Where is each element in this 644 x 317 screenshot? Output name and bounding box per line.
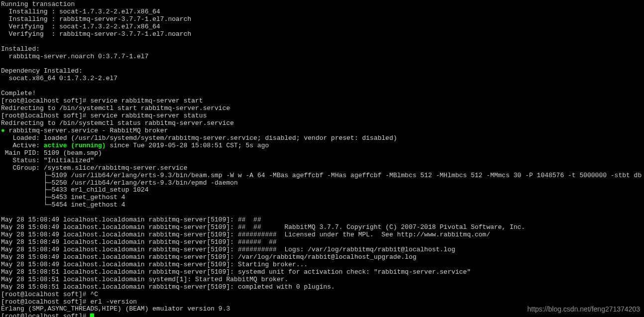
shell-command: service rabbitmq-server status <box>90 112 207 119</box>
terminal-line: [root@localhost soft]# <box>1 313 644 317</box>
terminal-line: └─5454 inet_gethost 4 <box>1 202 644 209</box>
shell-prompt: [root@localhost soft]# <box>1 291 90 298</box>
terminal-line: Installing : rabbitmq-server-3.7.7-1.el7… <box>1 16 644 23</box>
terminal-line: ● rabbitmq-server.service - RabbitMQ bro… <box>1 127 644 135</box>
terminal-line: ├─5453 inet_gethost 4 <box>1 194 644 202</box>
terminal-line: May 28 15:08:51 localhost.localdomain sy… <box>1 276 644 284</box>
shell-command: ^C <box>90 291 98 298</box>
terminal-line: [root@localhost soft]# service rabbitmq-… <box>1 98 644 105</box>
terminal-line: Loaded: loaded (/usr/lib/systemd/system/… <box>1 135 644 142</box>
shell-command: erl -version <box>90 298 137 306</box>
terminal-line: Active: active (running) since Tue 2019-… <box>1 142 644 150</box>
terminal-line: May 28 15:08:49 localhost.localdomain ra… <box>1 231 644 239</box>
active-since: since Tue 2019-05-28 15:08:51 CST; 5s ag… <box>106 142 269 149</box>
shell-prompt: [root@localhost soft]# <box>1 298 90 306</box>
terminal-line: Installing : socat-1.7.3.2-2.el7.x86_64 <box>1 8 644 16</box>
terminal-line <box>1 83 644 90</box>
terminal-line: [root@localhost soft]# ^C <box>1 291 644 299</box>
terminal-line: Running transaction <box>1 1 644 8</box>
terminal-line: May 28 15:08:49 localhost.localdomain ra… <box>1 246 644 254</box>
terminal-line <box>1 209 644 216</box>
terminal-line: May 28 15:08:49 localhost.localdomain ra… <box>1 261 644 269</box>
shell-prompt: [root@localhost soft]# <box>1 97 90 105</box>
watermark-text: https://blog.csdn.net/feng271374203 <box>527 305 640 313</box>
cursor-icon <box>90 314 94 317</box>
terminal-line: May 28 15:08:49 localhost.localdomain ra… <box>1 254 644 261</box>
terminal-line: socat.x86_64 0:1.7.3.2-2.el7 <box>1 75 644 83</box>
shell-prompt: [root@localhost soft]# <box>1 112 90 119</box>
terminal-line: Main PID: 5109 (beam.smp) <box>1 150 644 157</box>
status-dot-icon: ● <box>1 127 5 134</box>
shell-command: service rabbitmq-server start <box>90 97 203 105</box>
terminal-line: Complete! <box>1 90 644 98</box>
shell-prompt: [root@localhost soft]# <box>1 313 90 317</box>
terminal-line: May 28 15:08:51 localhost.localdomain ra… <box>1 269 644 276</box>
terminal-line <box>1 38 644 46</box>
terminal-line: [root@localhost soft]# service rabbitmq-… <box>1 112 644 120</box>
terminal-line <box>1 61 644 68</box>
terminal-line: Redirecting to /bin/systemctl status rab… <box>1 120 644 127</box>
terminal-line: ├─5250 /usr/lib64/erlang/erts-9.3/bin/ep… <box>1 180 644 187</box>
terminal-line: Dependency Installed: <box>1 68 644 75</box>
terminal-line: May 28 15:08:49 localhost.localdomain ra… <box>1 216 644 224</box>
terminal-line: May 28 15:08:49 localhost.localdomain ra… <box>1 239 644 246</box>
service-name: rabbitmq-server.service - RabbitMQ broke… <box>5 127 168 134</box>
terminal-line: ├─5109 /usr/lib64/erlang/erts-9.3/bin/be… <box>1 172 644 180</box>
terminal-line: rabbitmq-server.noarch 0:3.7.7-1.el7 <box>1 53 644 61</box>
terminal-line: Verifying : socat-1.7.3.2-2.el7.x86_64 <box>1 23 644 31</box>
terminal-line: Status: "Initialized" <box>1 157 644 165</box>
terminal-line: ├─5433 erl_child_setup 1024 <box>1 187 644 194</box>
active-status: active (running) <box>44 142 106 149</box>
active-label: Active: <box>1 142 44 149</box>
terminal-line: Installed: <box>1 46 644 53</box>
terminal-line: May 28 15:08:51 localhost.localdomain ra… <box>1 284 644 291</box>
terminal-line: Verifying : rabbitmq-server-3.7.7-1.el7.… <box>1 31 644 38</box>
terminal-output[interactable]: Running transaction Installing : socat-1… <box>0 0 644 317</box>
terminal-line: CGroup: /system.slice/rabbitmq-server.se… <box>1 165 644 172</box>
terminal-line: May 28 15:08:49 localhost.localdomain ra… <box>1 224 644 231</box>
terminal-line: Redirecting to /bin/systemctl start rabb… <box>1 105 644 112</box>
